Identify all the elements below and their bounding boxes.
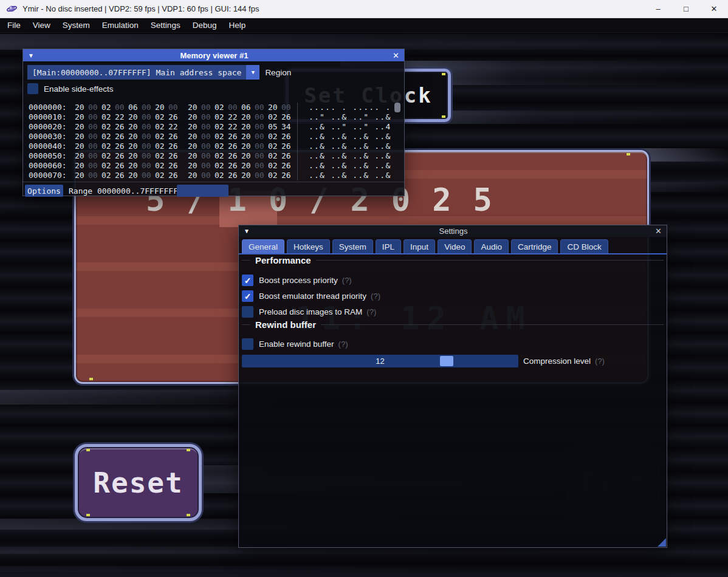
hex-byte[interactable]: 00 — [255, 103, 268, 112]
hex-byte[interactable]: 00 — [168, 103, 182, 112]
menu-help[interactable]: Help — [222, 18, 252, 32]
hex-byte[interactable]: 00 — [142, 132, 155, 142]
hex-byte[interactable]: 02 — [155, 112, 168, 122]
help-marker[interactable]: (?) — [595, 357, 605, 366]
help-marker[interactable]: (?) — [366, 307, 376, 316]
hex-byte[interactable]: 02 — [101, 161, 115, 171]
hex-byte[interactable]: 20 — [75, 132, 88, 142]
menu-file[interactable]: File — [1, 18, 27, 32]
hex-byte[interactable]: 02 — [155, 151, 168, 161]
hex-byte[interactable]: 02 — [268, 142, 281, 151]
hex-row[interactable]: 0000010:20000222200002262000022220000226… — [29, 112, 391, 122]
hex-byte[interactable]: 06 — [128, 103, 142, 112]
options-button[interactable]: Options — [25, 185, 63, 197]
enable-rewind-buffer-checkbox[interactable] — [242, 338, 253, 350]
hex-byte[interactable]: 20 — [128, 112, 142, 122]
hex-byte[interactable]: 20 — [128, 122, 142, 132]
hex-byte[interactable]: 26 — [168, 171, 182, 180]
hex-byte[interactable]: 26 — [228, 151, 241, 161]
hex-byte[interactable]: 00 — [201, 151, 215, 161]
hex-byte[interactable]: 26 — [115, 122, 128, 132]
hex-byte[interactable]: 02 — [215, 112, 228, 122]
hex-byte[interactable]: 00 — [201, 142, 215, 151]
hex-byte[interactable]: 20 — [188, 122, 201, 132]
hex-byte[interactable]: 00 — [142, 161, 155, 171]
hex-byte[interactable]: 20 — [155, 103, 168, 112]
hex-byte[interactable]: 00 — [255, 151, 268, 161]
hex-byte[interactable]: 00 — [88, 103, 101, 112]
hex-byte[interactable]: 20 — [241, 112, 255, 122]
collapse-arrow-icon[interactable]: ▼ — [244, 228, 253, 234]
menu-system[interactable]: System — [57, 18, 96, 32]
hex-byte[interactable]: 20 — [128, 171, 142, 180]
hex-byte[interactable]: 02 — [101, 112, 115, 122]
hex-byte[interactable]: 22 — [168, 122, 182, 132]
hex-byte[interactable]: 20 — [241, 132, 255, 142]
hex-row[interactable]: 0000060:20000226200002262000022620000226… — [29, 161, 391, 171]
hex-byte[interactable]: 20 — [241, 122, 255, 132]
hex-byte[interactable]: 02 — [101, 103, 115, 112]
close-button[interactable]: ✕ — [700, 0, 728, 18]
hex-byte[interactable]: 20 — [188, 151, 201, 161]
tab-ipl[interactable]: IPL — [376, 239, 401, 253]
hex-byte[interactable]: 00 — [255, 142, 268, 151]
hex-byte[interactable]: 22 — [115, 112, 128, 122]
hex-byte[interactable]: 20 — [75, 171, 88, 180]
hex-byte[interactable]: 26 — [115, 151, 128, 161]
hex-byte[interactable]: 20 — [188, 161, 201, 171]
hex-byte[interactable]: 02 — [215, 103, 228, 112]
settings-close-icon[interactable]: ✕ — [653, 227, 662, 236]
hex-byte[interactable]: 26 — [115, 132, 128, 142]
hex-byte[interactable]: 34 — [281, 122, 295, 132]
hex-byte[interactable]: 20 — [75, 161, 88, 171]
tab-cd-block[interactable]: CD Block — [560, 239, 608, 253]
tab-cartridge[interactable]: Cartridge — [511, 239, 558, 253]
hex-byte[interactable]: 20 — [188, 112, 201, 122]
hex-byte[interactable]: 02 — [215, 122, 228, 132]
goto-address-input[interactable] — [177, 185, 228, 197]
hex-byte[interactable]: 20 — [241, 161, 255, 171]
hex-byte[interactable]: 22 — [228, 122, 241, 132]
hex-byte[interactable]: 20 — [75, 142, 88, 151]
hex-row[interactable]: 0000040:20000226200002262000022620000226… — [29, 142, 391, 151]
help-marker[interactable]: (?) — [342, 276, 352, 285]
hex-byte[interactable]: 00 — [142, 151, 155, 161]
hex-row[interactable]: 0000020:20000226200002222000022220000534… — [29, 122, 391, 132]
hex-byte[interactable]: 00 — [142, 112, 155, 122]
hex-row[interactable]: 0000030:20000226200002262000022620000226… — [29, 132, 391, 142]
hex-byte[interactable]: 00 — [255, 171, 268, 180]
hex-byte[interactable]: 26 — [281, 132, 295, 142]
tab-audio[interactable]: Audio — [474, 239, 509, 253]
hex-byte[interactable]: 26 — [281, 171, 295, 180]
hex-byte[interactable]: 20 — [241, 151, 255, 161]
hex-byte[interactable]: 02 — [215, 161, 228, 171]
hex-byte[interactable]: 00 — [88, 142, 101, 151]
minimize-button[interactable]: – — [644, 0, 672, 18]
tab-system[interactable]: System — [332, 239, 373, 253]
collapse-arrow-icon[interactable]: ▼ — [28, 52, 38, 59]
hex-byte[interactable]: 02 — [155, 142, 168, 151]
hex-dump[interactable]: 0000000:20000200060020002000020006002000… — [29, 103, 391, 180]
hex-row[interactable]: 0000000:20000200060020002000020006002000… — [29, 103, 391, 112]
hex-byte[interactable]: 02 — [155, 171, 168, 180]
hex-byte[interactable]: 00 — [228, 103, 241, 112]
hex-byte[interactable]: 00 — [88, 151, 101, 161]
hex-byte[interactable]: 00 — [201, 122, 215, 132]
hex-byte[interactable]: 02 — [101, 132, 115, 142]
compression-level-slider[interactable]: 12 — [242, 355, 518, 367]
hex-byte[interactable]: 26 — [281, 151, 295, 161]
hex-byte[interactable]: 00 — [201, 112, 215, 122]
tab-input[interactable]: Input — [403, 239, 435, 253]
hex-byte[interactable]: 20 — [75, 151, 88, 161]
side-effects-checkbox[interactable] — [27, 83, 38, 94]
menu-emulation[interactable]: Emulation — [96, 18, 145, 32]
hex-byte[interactable]: 02 — [215, 142, 228, 151]
hex-byte[interactable]: 20 — [188, 142, 201, 151]
hex-byte[interactable]: 06 — [241, 103, 255, 112]
hex-byte[interactable]: 00 — [142, 142, 155, 151]
boost-emulator-thread-priority-checkbox[interactable]: ✓ — [242, 290, 253, 302]
memory-viewer-titlebar[interactable]: ▼ Memory viewer #1 ✕ — [23, 49, 404, 61]
hex-byte[interactable]: 00 — [115, 103, 128, 112]
boost-process-priority-checkbox[interactable]: ✓ — [242, 275, 253, 286]
hex-byte[interactable]: 26 — [168, 151, 182, 161]
